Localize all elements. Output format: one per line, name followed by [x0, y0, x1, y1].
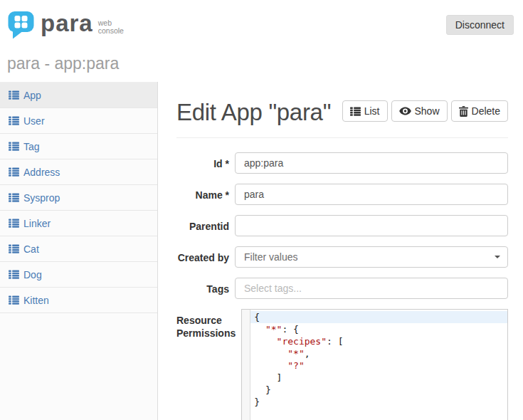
field-label-resource-permissions: Resource Permissions — [176, 309, 236, 420]
eye-icon — [399, 106, 411, 116]
sidebar-item-label: Dog — [23, 269, 42, 280]
code-line: ] — [250, 372, 507, 384]
brand-name: para — [41, 11, 93, 39]
code-line: "recipes": [ — [250, 335, 507, 347]
form-row-resource-permissions: Resource Permissions{ "*": { "recipes": … — [176, 309, 508, 420]
created-by-select[interactable] — [235, 246, 508, 268]
sidebar-item-cat[interactable]: Cat — [0, 236, 157, 262]
app-header: para web console Disconnect — [0, 0, 523, 50]
disconnect-button[interactable]: Disconnect — [446, 15, 514, 35]
sidebar-item-kitten[interactable]: Kitten — [0, 288, 157, 313]
field-label-id: Id * — [176, 152, 229, 174]
action-buttons: ListShowDelete — [339, 100, 508, 122]
sidebar-list: AppUserTagAddressSyspropLinkerCatDogKitt… — [0, 82, 157, 313]
delete-button[interactable]: Delete — [451, 100, 508, 122]
parentid-input[interactable] — [235, 215, 508, 236]
th-list-icon — [9, 219, 19, 228]
field-label-tags: Tags — [176, 278, 229, 299]
field-parentid — [235, 215, 508, 236]
code-line: "?" — [250, 359, 507, 372]
form-row-created-by: Created by — [176, 246, 508, 268]
code-line: } — [250, 384, 507, 396]
sidebar-item-label: Cat — [23, 243, 39, 255]
button-label: Show — [415, 105, 440, 117]
code-line: "*": { — [250, 323, 507, 335]
page-title: para - app:para — [7, 54, 119, 73]
sidebar-item-label: App — [23, 90, 41, 101]
th-list-icon — [9, 270, 19, 279]
sidebar-item-address[interactable]: Address — [0, 159, 157, 185]
id-input[interactable] — [235, 152, 508, 174]
th-list-icon — [9, 90, 19, 100]
code-line: { — [250, 311, 507, 323]
field-label-name: Name * — [176, 184, 229, 205]
sidebar-item-label: Tag — [23, 141, 40, 152]
edit-form: Id *Name *ParentidCreated byTagsResource… — [176, 152, 508, 420]
divider — [176, 137, 508, 138]
sidebar: AppUserTagAddressSyspropLinkerCatDogKitt… — [0, 82, 158, 420]
th-list-icon — [9, 116, 19, 125]
th-list-icon — [9, 142, 19, 151]
code-line: "*", — [250, 347, 507, 359]
sidebar-item-label: User — [23, 115, 45, 127]
sidebar-item-tag[interactable]: Tag — [0, 134, 157, 159]
resource-permissions-editor[interactable]: { "*": { "recipes": [ "*", "?" ] }} — [241, 309, 508, 420]
code-line: } — [250, 396, 507, 408]
sidebar-item-linker[interactable]: Linker — [0, 211, 157, 236]
main-content: Edit App "para" ListShowDelete Id *Name … — [158, 82, 523, 420]
trash-icon — [459, 106, 468, 117]
button-label: List — [364, 105, 380, 117]
sidebar-item-dog[interactable]: Dog — [0, 262, 157, 288]
sidebar-item-label: Linker — [23, 218, 51, 229]
field-tags — [235, 278, 508, 299]
form-row-id: Id * — [176, 152, 508, 174]
editor-code[interactable]: { "*": { "recipes": [ "*", "?" ] }} — [250, 310, 507, 420]
field-resource-permissions: { "*": { "recipes": [ "*", "?" ] }} — [241, 309, 508, 420]
sidebar-item-user[interactable]: User — [0, 108, 157, 134]
button-label: Delete — [472, 105, 500, 117]
sidebar-item-label: Sysprop — [23, 192, 60, 204]
sidebar-item-sysprop[interactable]: Sysprop — [0, 185, 157, 211]
form-row-tags: Tags — [176, 278, 508, 299]
form-row-name: Name * — [176, 184, 508, 205]
th-list-icon — [9, 193, 19, 202]
th-list-icon — [9, 295, 19, 305]
name-input[interactable] — [235, 184, 508, 205]
field-name — [235, 184, 508, 205]
main-header: Edit App "para" ListShowDelete — [176, 98, 508, 127]
form-row-parentid: Parentid — [176, 215, 508, 236]
para-logo-icon — [7, 11, 35, 39]
title-bar: para - app:para — [0, 50, 523, 82]
brand-tagline: web console — [98, 19, 124, 35]
sidebar-item-label: Kitten — [23, 295, 49, 306]
editor-gutter — [242, 310, 250, 420]
tags-input[interactable] — [235, 278, 508, 299]
list-button[interactable]: List — [342, 100, 388, 122]
field-created-by — [235, 246, 508, 268]
para-logo: para web console — [7, 11, 124, 39]
field-label-parentid: Parentid — [176, 215, 229, 236]
sidebar-item-app[interactable]: App — [0, 83, 157, 108]
th-list-icon — [9, 244, 19, 253]
show-button[interactable]: Show — [391, 100, 448, 122]
list-icon — [350, 107, 361, 116]
th-list-icon — [9, 167, 19, 177]
page-heading: Edit App "para" — [176, 98, 331, 127]
field-label-created-by: Created by — [176, 246, 229, 268]
field-id — [235, 152, 508, 174]
sidebar-item-label: Address — [23, 167, 60, 178]
